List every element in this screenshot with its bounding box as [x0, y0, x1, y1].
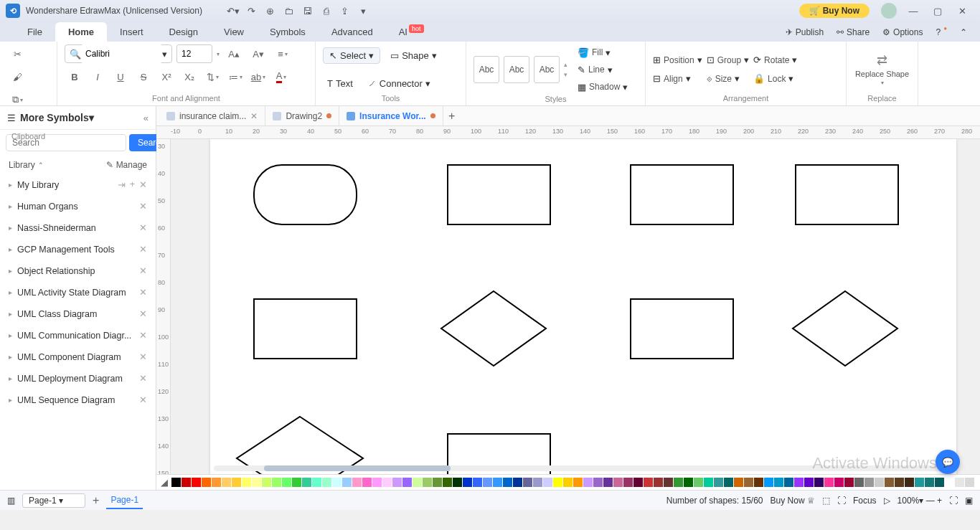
- select-tool-button[interactable]: ↖ Select ▾: [323, 47, 380, 64]
- remove-icon[interactable]: ✕: [139, 287, 147, 298]
- shape-rect-4[interactable]: [253, 298, 357, 359]
- color-swatch[interactable]: [764, 478, 773, 487]
- color-swatch[interactable]: [312, 478, 321, 487]
- color-swatch[interactable]: [905, 478, 914, 487]
- tab-symbols[interactable]: Symbols: [257, 22, 319, 42]
- color-swatch[interactable]: [875, 478, 884, 487]
- publish-button[interactable]: ✈ Publish: [781, 26, 828, 39]
- color-swatch[interactable]: [925, 478, 934, 487]
- color-swatch[interactable]: [242, 478, 251, 487]
- chat-fab-button[interactable]: 💬: [936, 450, 960, 474]
- color-swatch[interactable]: [503, 478, 512, 487]
- redo-button[interactable]: ↷: [242, 2, 261, 19]
- fullscreen-icon[interactable]: ⛶: [837, 496, 846, 506]
- color-swatch[interactable]: [814, 478, 824, 487]
- color-swatch[interactable]: [282, 478, 291, 487]
- color-swatch[interactable]: [171, 478, 181, 487]
- print-button[interactable]: ⎙: [317, 2, 336, 19]
- shape-rect-1[interactable]: [447, 164, 551, 225]
- remove-icon[interactable]: ✕: [139, 373, 147, 384]
- color-swatch[interactable]: [774, 478, 783, 487]
- color-swatch[interactable]: [182, 478, 191, 487]
- color-swatch[interactable]: [402, 478, 412, 487]
- close-button[interactable]: ✕: [950, 1, 974, 21]
- share-button[interactable]: ⚯ Share: [832, 26, 874, 39]
- remove-icon[interactable]: ✕: [139, 244, 147, 255]
- page-selector[interactable]: Page-1 ▾: [22, 493, 85, 508]
- library-item-1[interactable]: ▸Human Organs✕: [0, 196, 156, 217]
- shape-rounded-rect[interactable]: [253, 164, 357, 225]
- color-swatch[interactable]: [493, 478, 502, 487]
- color-swatch[interactable]: [423, 478, 432, 487]
- color-swatch[interactable]: [945, 478, 954, 487]
- color-swatch[interactable]: [292, 478, 301, 487]
- collapse-ribbon-button[interactable]: ⌃: [956, 26, 971, 39]
- font-size-input[interactable]: [176, 44, 212, 63]
- align-menu-button[interactable]: ≡: [273, 44, 293, 63]
- color-swatch[interactable]: [352, 478, 362, 487]
- format-painter-button[interactable]: 🖌: [7, 67, 27, 86]
- options-button[interactable]: ⚙ Options: [878, 26, 927, 39]
- tab-view[interactable]: View: [211, 22, 257, 42]
- library-item-0[interactable]: ▸My Library⇥+✕: [0, 174, 156, 196]
- font-color-button[interactable]: A: [271, 67, 291, 86]
- color-swatch[interactable]: [342, 478, 352, 487]
- style-preset-2[interactable]: Abc: [504, 56, 529, 83]
- color-swatch[interactable]: [252, 478, 261, 487]
- color-swatch[interactable]: [362, 478, 372, 487]
- collapse-sidebar-button[interactable]: «: [143, 113, 149, 123]
- color-swatch[interactable]: [262, 478, 271, 487]
- subscript-button[interactable]: X₂: [179, 67, 199, 86]
- color-swatch[interactable]: [382, 478, 392, 487]
- color-swatch[interactable]: [955, 478, 964, 487]
- color-swatch[interactable]: [433, 478, 442, 487]
- maximize-button[interactable]: ▢: [925, 1, 950, 21]
- color-swatch[interactable]: [573, 478, 583, 487]
- lock-button[interactable]: 🔒 Lock▾: [753, 71, 797, 87]
- tab-insert[interactable]: Insert: [107, 22, 156, 42]
- color-swatch[interactable]: [854, 478, 864, 487]
- zoom-out-button[interactable]: —: [926, 496, 935, 506]
- color-swatch[interactable]: [222, 478, 231, 487]
- export-button[interactable]: ⇪: [336, 2, 354, 19]
- color-swatch[interactable]: [553, 478, 562, 487]
- shape-tool-button[interactable]: ▭ Shape ▾: [386, 48, 441, 63]
- library-item-7[interactable]: ▸UML Communication Diagr...✕: [0, 325, 156, 346]
- remove-icon[interactable]: ✕: [139, 308, 147, 319]
- doctab-1[interactable]: Drawing2: [265, 106, 339, 126]
- color-swatch[interactable]: [654, 478, 663, 487]
- color-swatch[interactable]: [694, 478, 703, 487]
- color-swatch[interactable]: [523, 478, 532, 487]
- color-swatch[interactable]: [372, 478, 382, 487]
- color-swatch[interactable]: [513, 478, 522, 487]
- import-icon[interactable]: ⇥: [118, 179, 126, 190]
- group-button[interactable]: ⊡ Group▾: [707, 52, 749, 68]
- style-preset-1[interactable]: Abc: [473, 56, 499, 83]
- color-swatch[interactable]: [965, 478, 974, 487]
- style-scroll-down[interactable]: ▾: [564, 71, 567, 78]
- color-swatch[interactable]: [232, 478, 241, 487]
- add-page-button[interactable]: +: [93, 494, 99, 507]
- color-swatch[interactable]: [864, 478, 874, 487]
- library-item-5[interactable]: ▸UML Activity State Diagram✕: [0, 282, 156, 303]
- remove-icon[interactable]: ✕: [139, 330, 147, 341]
- presentation-icon[interactable]: ▷: [884, 496, 890, 506]
- color-swatch[interactable]: [473, 478, 482, 487]
- tab-file[interactable]: File: [14, 22, 55, 42]
- color-swatch[interactable]: [563, 478, 573, 487]
- manage-button[interactable]: ✎ Manage: [106, 160, 147, 170]
- strike-button[interactable]: S: [133, 67, 154, 86]
- cut-button[interactable]: ✂: [7, 44, 27, 63]
- color-swatch[interactable]: [613, 478, 623, 487]
- color-swatch[interactable]: [212, 478, 221, 487]
- new-button[interactable]: ⊕: [261, 2, 280, 19]
- user-avatar[interactable]: [881, 3, 897, 19]
- color-swatch[interactable]: [453, 478, 462, 487]
- library-item-3[interactable]: ▸GCP Management Tools✕: [0, 239, 156, 260]
- shape-rect-3[interactable]: [795, 164, 899, 225]
- color-swatch[interactable]: [332, 478, 341, 487]
- color-swatch[interactable]: [804, 478, 814, 487]
- color-swatch[interactable]: [734, 478, 743, 487]
- color-swatch[interactable]: [915, 478, 924, 487]
- library-item-10[interactable]: ▸UML Sequence Diagram✕: [0, 389, 156, 411]
